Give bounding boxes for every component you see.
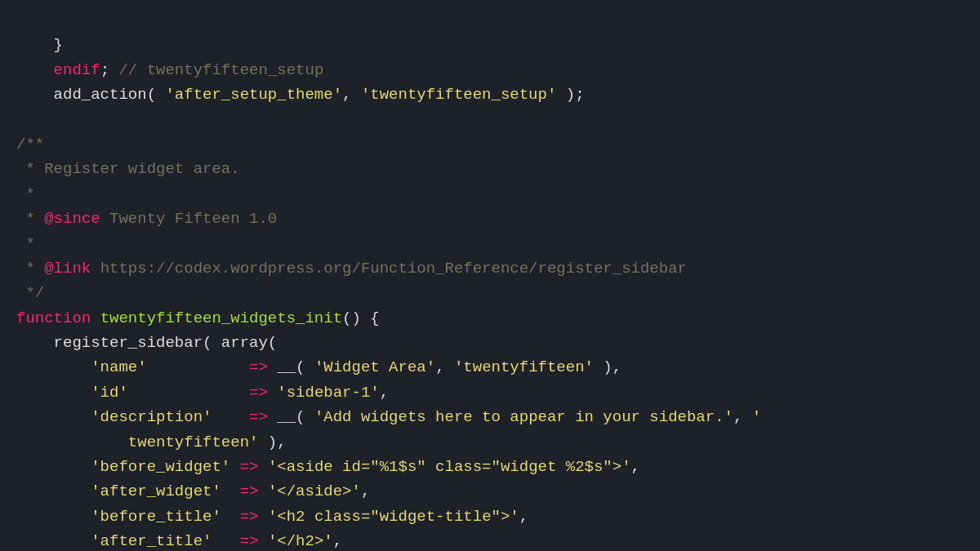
line-brace: } — [16, 36, 63, 54]
line-jsdoc-link: * @link https://codex.wordpress.org/Func… — [16, 260, 687, 278]
line-before-widget: 'before_widget' => '<aside id="%1$s" cla… — [16, 458, 640, 476]
line-after-widget: 'after_widget' => '</aside>', — [16, 482, 370, 500]
line-id-param: 'id' => 'sidebar-1', — [16, 384, 389, 402]
line-jsdoc-asterisk: * — [16, 185, 35, 203]
line-jsdoc-since: * @since Twenty Fifteen 1.0 — [16, 210, 277, 228]
code-editor: } endif; // twentyfifteen_setup add_acti… — [0, 0, 980, 551]
line-name-param: 'name' => __( 'Widget Area', 'twentyfift… — [16, 358, 621, 376]
line-blank1 — [16, 111, 25, 129]
line-add-action: add_action( 'after_setup_theme', 'twenty… — [16, 86, 585, 104]
line-jsdoc-start: /** — [16, 136, 44, 153]
line-function-decl: function twentyfifteen_widgets_init() { — [16, 309, 380, 327]
line-jsdoc-asterisk2: * — [16, 235, 35, 253]
line-description-param: 'description' => __( 'Add widgets here t… — [16, 408, 761, 426]
code-content: } endif; // twentyfifteen_setup add_acti… — [16, 8, 980, 551]
line-register-sidebar: register_sidebar( array( — [16, 334, 277, 352]
line-endif: endif; // twentyfifteen_setup — [16, 61, 323, 79]
line-jsdoc-end: */ — [16, 284, 44, 302]
line-after-title: 'after_title' => '</h2>', — [16, 532, 342, 550]
line-jsdoc-register: * Register widget area. — [16, 160, 240, 178]
line-before-title: 'before_title' => '<h2 class="widget-tit… — [16, 508, 528, 526]
line-description-cont: twentyfifteen' ), — [16, 433, 287, 451]
